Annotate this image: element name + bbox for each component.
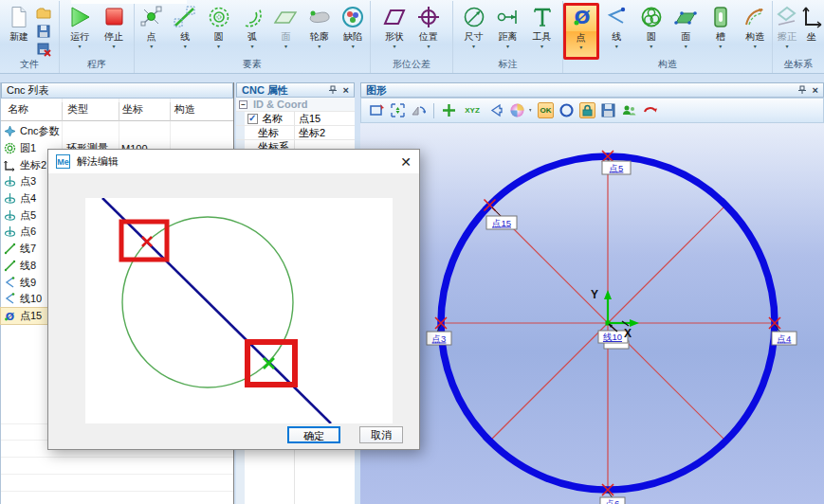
distance-button[interactable]: 距离 ▾ xyxy=(491,3,525,60)
solution-edit-dialog: Me 解法编辑 ✕ 确定 取消 xyxy=(47,149,420,450)
column-header-name[interactable]: 名称 xyxy=(8,102,28,117)
element-profile-button[interactable]: 轮廓 ▾ xyxy=(302,3,336,60)
close-icon[interactable]: × xyxy=(813,85,818,95)
distance-icon xyxy=(496,5,521,29)
ribbon-group-file: 新建 文件 xyxy=(0,1,60,73)
cnc-list-column-headers: 名称 类型 坐标 构造 xyxy=(1,99,233,121)
property-row[interactable]: 坐标 坐标2 xyxy=(236,126,355,140)
dropdown-arrow-icon: ▾ xyxy=(393,44,395,49)
ribbon-group-gdt: 形状 ▾ 位置 ▾ 形位公差 xyxy=(371,1,453,73)
svg-text:点6: 点6 xyxy=(606,498,620,504)
pin-icon[interactable] xyxy=(797,85,807,95)
constructed-line-icon xyxy=(4,293,16,305)
dialog-titlebar[interactable]: Me 解法编辑 ✕ xyxy=(48,150,419,173)
construct-construct-button[interactable]: 构造 ▾ xyxy=(739,3,772,60)
gdt-shape-button[interactable]: 形状 ▾ xyxy=(377,3,412,60)
circle-toggle-icon[interactable] xyxy=(558,102,575,118)
element-defect-icon xyxy=(340,5,365,29)
list-item[interactable]: Cnc参数 xyxy=(1,123,233,140)
dialog-cancel-button[interactable]: 取消 xyxy=(359,426,403,443)
label-dian3[interactable]: 点3 xyxy=(427,332,451,345)
measured-circle-icon xyxy=(4,142,16,154)
element-circle-icon xyxy=(207,5,231,29)
checkbox-checked[interactable] xyxy=(247,114,258,124)
element-defect-button[interactable]: 缺陷 ▾ xyxy=(337,3,370,60)
label-dian4[interactable]: 点4 xyxy=(772,332,797,345)
gdt-position-icon xyxy=(416,5,441,29)
dialog-close-icon[interactable]: ✕ xyxy=(400,154,412,170)
svg-text:Y: Y xyxy=(591,288,598,301)
construct-circle-icon xyxy=(639,5,664,29)
element-plane-button[interactable]: 面 ▾ xyxy=(269,3,302,60)
dropdown-arrow-icon: ▾ xyxy=(427,44,430,49)
dropdown-arrow-icon: ▾ xyxy=(615,44,618,49)
dropdown-arrow-icon: ▾ xyxy=(78,44,81,49)
tool-button[interactable]: 工具 ▾ xyxy=(525,3,559,60)
close-icon[interactable]: × xyxy=(343,85,349,95)
new-file-button[interactable]: 新建 xyxy=(2,3,36,60)
graphics-canvas[interactable]: 点5 点15 点3 点4 线10 点6 xyxy=(360,123,824,504)
svg-text:线10: 线10 xyxy=(603,332,622,342)
svg-text:点3: 点3 xyxy=(432,333,447,344)
add-point-icon[interactable] xyxy=(441,102,457,118)
solution-preview-canvas[interactable] xyxy=(85,198,393,423)
svg-text:点4: 点4 xyxy=(778,333,792,344)
gdt-position-button[interactable]: 位置 ▾ xyxy=(412,3,446,60)
label-dian15[interactable]: 点15 xyxy=(486,216,517,229)
zoom-extents-icon[interactable] xyxy=(390,102,406,118)
run-button[interactable]: 运行 ▾ xyxy=(63,3,97,60)
align-button[interactable]: 擦正 ▾ xyxy=(775,3,799,60)
save-as-icon[interactable] xyxy=(36,42,51,57)
dropdown-arrow-icon: ▾ xyxy=(540,44,543,49)
construct-point-button[interactable]: Ø 点 ▾ xyxy=(563,3,599,60)
construct-plane-button[interactable]: 面 ▾ xyxy=(669,3,703,60)
fit-view-icon[interactable] xyxy=(369,102,385,118)
stop-button[interactable]: 停止 ▾ xyxy=(97,3,131,60)
measured-point-icon xyxy=(4,175,16,188)
property-section[interactable]: − ID & Coord xyxy=(236,98,355,112)
users-icon[interactable] xyxy=(621,102,637,118)
element-line-icon xyxy=(173,5,197,29)
construct-line-button[interactable]: 线 ▾ xyxy=(600,3,633,60)
dropdown-arrow-icon: ▾ xyxy=(754,44,757,49)
select-arrow-icon[interactable] xyxy=(487,102,504,118)
element-point-button[interactable]: 点 ▾ xyxy=(135,3,168,60)
element-circle-button[interactable]: 圆 ▾ xyxy=(202,3,235,60)
element-arc-button[interactable]: 弧 ▾ xyxy=(235,3,268,60)
pin-icon[interactable] xyxy=(328,85,338,95)
align-icon xyxy=(775,5,799,29)
lock-icon[interactable] xyxy=(579,102,595,118)
dialog-ok-button[interactable]: 确定 xyxy=(287,426,340,443)
mirror-view-icon[interactable] xyxy=(411,102,427,118)
save-icon[interactable] xyxy=(36,24,51,39)
element-point-icon xyxy=(139,5,164,29)
element-plane-icon xyxy=(273,5,298,29)
coordsys-button[interactable]: 坐 xyxy=(799,3,824,60)
element-profile-icon xyxy=(307,5,332,29)
element-line-button[interactable]: 线 ▾ xyxy=(168,3,201,60)
dropdown-arrow-icon: ▾ xyxy=(184,44,187,49)
app-logo: Me xyxy=(56,154,70,169)
save-view-icon[interactable] xyxy=(600,102,616,118)
dropdown-arrow-icon: ▾ xyxy=(352,44,355,49)
cnc-properties-title: CNC 属性 × xyxy=(236,82,355,98)
collapse-icon[interactable]: − xyxy=(239,100,247,109)
ribbon-groups: 新建 文件 运行 ▾ xyxy=(0,0,824,74)
column-header-coord[interactable]: 坐标 xyxy=(122,102,143,117)
construct-circle-button[interactable]: 圆 ▾ xyxy=(634,3,668,60)
ok-toggle-icon[interactable]: OK xyxy=(538,102,554,118)
label-dian5[interactable]: 点5 xyxy=(602,161,631,174)
color-wheel-icon[interactable] xyxy=(508,102,533,118)
coordinate-system-icon xyxy=(4,159,16,171)
xyz-icon[interactable]: XYZ xyxy=(462,102,483,118)
column-header-type[interactable]: 类型 xyxy=(67,102,88,117)
ribbon-group-construct: Ø 点 ▾ 线 ▾ 圆 ▾ xyxy=(563,1,773,73)
construct-slot-button[interactable]: 槽 ▾ xyxy=(704,3,737,60)
dimension-button[interactable]: 尺寸 ▾ xyxy=(457,3,491,60)
svg-text:点15: 点15 xyxy=(492,218,511,228)
label-dian6[interactable]: 点6 xyxy=(600,497,625,504)
column-header-construct[interactable]: 构造 xyxy=(174,102,195,117)
property-row[interactable]: 名称 点15 xyxy=(236,112,355,126)
rotate-icon[interactable] xyxy=(642,102,658,118)
open-file-icon[interactable] xyxy=(36,6,51,21)
